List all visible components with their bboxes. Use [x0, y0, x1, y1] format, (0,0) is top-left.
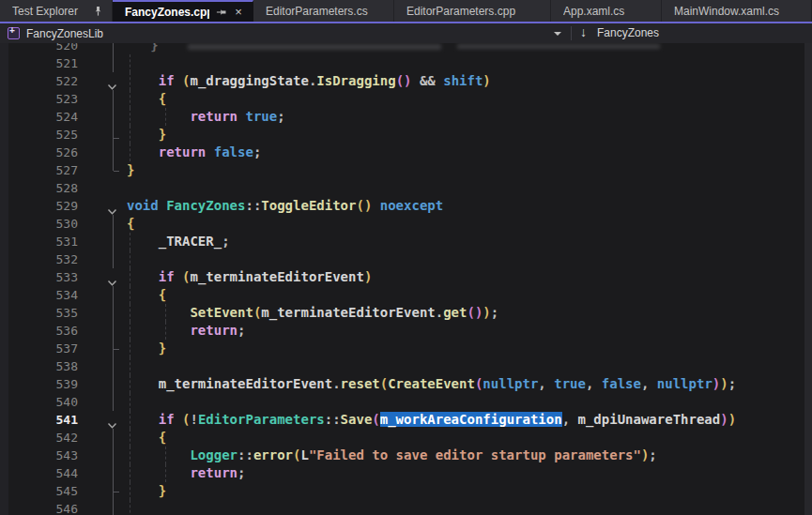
code-line-543[interactable]: 543 Logger::error(L"Failed to save edito…	[0, 447, 804, 464]
symbol-navigator[interactable]: FancyZones	[597, 26, 659, 39]
code-text[interactable]: if (!EditorParameters::Save(m_workAreaCo…	[127, 411, 736, 429]
code-line-532[interactable]: 532	[0, 250, 804, 268]
token-ws	[127, 43, 150, 53]
fold-chevron-icon[interactable]	[107, 203, 117, 210]
token-kw2: return	[190, 465, 237, 480]
line-number: 521	[0, 54, 78, 72]
pin-icon[interactable]	[214, 6, 227, 19]
code-editor[interactable]: 520 }521522 if (m_draggingState.IsDraggi…	[0, 43, 812, 515]
line-number: 546	[0, 500, 78, 515]
line-number: 534	[0, 286, 78, 304]
code-text[interactable]: }	[127, 126, 166, 144]
code-text[interactable]: {	[127, 215, 134, 233]
token-fn: get	[443, 305, 467, 320]
code-text[interactable]: {	[127, 90, 166, 108]
token-kw1: void	[127, 198, 166, 213]
code-text[interactable]: {	[127, 429, 166, 447]
code-line-526[interactable]: 526 return false;	[0, 144, 804, 161]
token-ws	[127, 234, 159, 249]
token-type: Logger	[190, 447, 237, 462]
code-line-539[interactable]: 539 m_terminateEditorEvent.reset(CreateE…	[0, 375, 804, 393]
code-line-531[interactable]: 531 _TRACER_;	[0, 233, 804, 250]
token-kw1: nullptr	[657, 376, 712, 391]
code-line-522[interactable]: 522 if (m_draggingState.IsDragging() && …	[0, 72, 804, 90]
token-fn: error	[253, 447, 293, 462]
token-b2: )	[720, 412, 728, 427]
tab-label: MainWindow.xaml.cs	[674, 5, 804, 18]
code-line-538[interactable]: 538	[0, 357, 804, 375]
code-line-523[interactable]: 523 {	[0, 90, 804, 108]
token-op: ;	[237, 465, 245, 480]
navbar-separator	[571, 26, 572, 40]
token-b1: {	[159, 91, 166, 106]
code-text[interactable]: _TRACER_;	[127, 233, 230, 250]
token-ws	[127, 412, 159, 427]
code-line-524[interactable]: 524 return true;	[0, 108, 804, 126]
code-line-537[interactable]: 537 }	[0, 340, 804, 357]
code-text[interactable]: return;	[127, 464, 245, 482]
code-line-540[interactable]: 540	[0, 393, 804, 411]
code-text[interactable]: }	[127, 161, 134, 179]
code-text[interactable]: m_terminateEditorEvent.reset(CreateEvent…	[127, 375, 736, 393]
tab-editorparameters-cpp[interactable]: EditorParameters.cpp	[394, 0, 551, 22]
close-icon[interactable]: ×	[232, 6, 245, 19]
token-ws	[127, 127, 159, 142]
line-number: 532	[0, 250, 78, 268]
vertical-scrollbar[interactable]	[804, 43, 812, 515]
line-number: 520	[0, 43, 78, 54]
code-line-535[interactable]: 535 SetEvent(m_terminateEditorEvent.get(…	[0, 304, 804, 322]
code-text[interactable]: return true;	[127, 108, 285, 126]
token-ws	[127, 376, 159, 391]
tab-app-xaml-cs[interactable]: App.xaml.cs	[551, 0, 662, 22]
line-number: 542	[0, 429, 78, 447]
token-kw1: true	[245, 109, 277, 124]
tab-fancyzones-cpp[interactable]: FancyZones.cpp×	[113, 0, 253, 22]
line-number: 539	[0, 375, 78, 393]
code-line-520[interactable]: 520 }	[0, 43, 804, 54]
token-type: EditorParameters	[198, 412, 325, 427]
code-line-525[interactable]: 525 }	[0, 126, 804, 144]
code-text[interactable]: Logger::error(L"Failed to save editor st…	[127, 447, 657, 464]
fold-chevron-icon[interactable]	[107, 78, 117, 85]
code-line-544[interactable]: 544 return;	[0, 464, 804, 482]
token-ws	[127, 73, 159, 88]
code-line-529[interactable]: 529void FancyZones::ToggleEditor() noexc…	[0, 197, 804, 215]
token-kw2: return	[159, 144, 214, 159]
code-text[interactable]: return false;	[127, 144, 261, 161]
tab-mainwindow-xaml-cs[interactable]: MainWindow.xaml.cs	[662, 0, 812, 22]
code-line-530[interactable]: 530{	[0, 215, 804, 233]
code-line-536[interactable]: 536 return;	[0, 322, 804, 340]
code-text[interactable]: void FancyZones::ToggleEditor() noexcept	[127, 197, 443, 215]
pin-icon[interactable]	[91, 5, 104, 18]
token-op: ;	[491, 305, 498, 320]
code-text[interactable]: if (m_terminateEditorEvent)	[127, 268, 372, 286]
code-line-545[interactable]: 545 }	[0, 482, 804, 500]
fold-chevron-icon[interactable]	[107, 417, 117, 424]
code-text[interactable]: SetEvent(m_terminateEditorEvent.get());	[127, 304, 498, 322]
code-line-533[interactable]: 533 if (m_terminateEditorEvent)	[0, 268, 804, 286]
code-line-541[interactable]: 541 if (!EditorParameters::Save(m_workAr…	[0, 411, 804, 429]
tab-test-explorer[interactable]: Test Explorer	[0, 0, 113, 22]
token-b1: )	[720, 376, 728, 391]
project-selector[interactable]: FancyZonesLib	[26, 27, 103, 40]
dropdown-caret-icon[interactable]	[554, 32, 561, 36]
code-line-534[interactable]: 534 {	[0, 286, 804, 304]
code-text[interactable]: return;	[127, 322, 245, 340]
code-text[interactable]: if (m_draggingState.IsDragging() && shif…	[127, 72, 491, 90]
code-line-542[interactable]: 542 {	[0, 429, 804, 447]
indent-guide	[130, 500, 130, 515]
token-op: !	[190, 412, 197, 427]
token-dim: }	[150, 43, 158, 53]
code-line-521[interactable]: 521	[0, 54, 804, 72]
project-icon	[8, 27, 20, 39]
fold-chevron-icon[interactable]	[107, 274, 117, 281]
code-text[interactable]: }	[127, 340, 166, 357]
code-text[interactable]: {	[127, 286, 166, 304]
code-text[interactable]: }	[127, 482, 166, 500]
code-line-546[interactable]: 546	[0, 500, 804, 515]
code-line-528[interactable]: 528	[0, 179, 804, 197]
tab-editorparameters-cs[interactable]: EditorParameters.cs	[253, 0, 394, 22]
code-line-527[interactable]: 527}	[0, 161, 804, 179]
indent-guide	[130, 54, 130, 72]
code-text[interactable]: }	[127, 43, 159, 54]
